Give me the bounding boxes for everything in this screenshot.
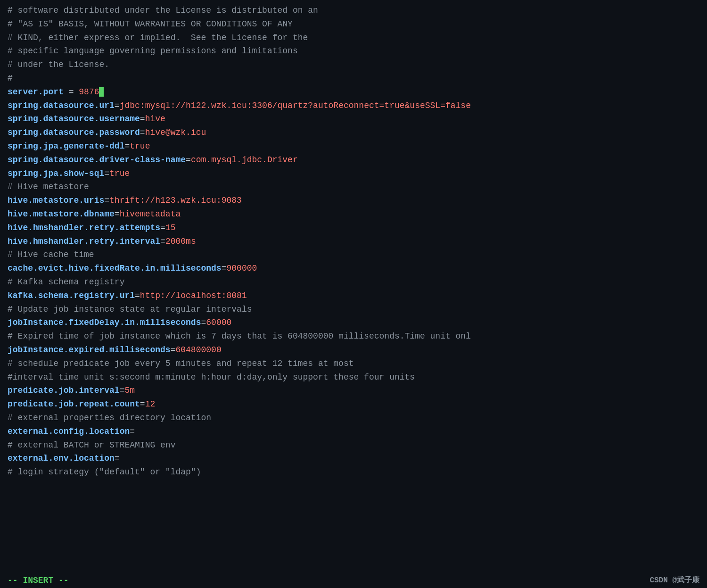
- comment-text: # external properties directory location: [8, 413, 211, 422]
- config-key: predicate.job.repeat.count: [8, 399, 140, 409]
- line-30: # external properties directory location: [0, 411, 707, 425]
- line-24: # Expired time of job instance which is …: [0, 330, 707, 343]
- config-value: true: [130, 141, 150, 151]
- line-1: # "AS IS" BASIS, WITHOUT WARRANTIES OR C…: [0, 17, 707, 31]
- status-bar: -- INSERT -- CSDN @武子康: [0, 572, 707, 588]
- line-31: external.config.location=: [0, 425, 707, 439]
- config-value: 2000ms: [165, 237, 196, 246]
- line-34: # login strategy ("default" or "ldap"): [0, 465, 707, 479]
- watermark: CSDN @武子康: [649, 575, 699, 585]
- config-value: hive: [145, 114, 165, 124]
- equals-sign: =: [171, 345, 176, 355]
- config-value: hive@wzk.icu: [145, 128, 206, 137]
- config-key: hive.hmshandler.retry.interval: [8, 237, 160, 246]
- config-value: 900000: [227, 264, 257, 273]
- line-22: # Update job instance state at regular i…: [0, 303, 707, 316]
- equals-sign: =: [120, 386, 125, 395]
- comment-text: # Update job instance state at regular i…: [8, 305, 252, 314]
- comment-text: #interval time unit s:second m:minute h:…: [8, 373, 415, 382]
- line-7: spring.datasource.url=jdbc:mysql://h122.…: [0, 99, 707, 113]
- equals-sign: =: [104, 169, 109, 178]
- config-key: hive.metastore.uris: [8, 196, 104, 205]
- config-value: true: [109, 169, 130, 178]
- config-key: server.port: [8, 87, 64, 97]
- config-value: 9876: [79, 87, 99, 97]
- comment-text: # external BATCH or STREAMING env: [8, 440, 175, 450]
- line-12: spring.jpa.show-sql=true: [0, 167, 707, 181]
- line-28: predicate.job.interval=5m: [0, 384, 707, 398]
- config-value: 604800000: [175, 345, 221, 355]
- equals-sign: =: [140, 399, 145, 409]
- equals-sign: =: [140, 114, 145, 124]
- config-key: spring.datasource.driver-class-name: [8, 155, 186, 165]
- equals-sign: =: [186, 155, 191, 165]
- equals-sign: =: [160, 223, 165, 232]
- line-10: spring.jpa.generate-ddl=true: [0, 140, 707, 153]
- line-15: hive.metastore.dbname=hivemetadata: [0, 207, 707, 221]
- equals-sign: =: [124, 141, 130, 151]
- comment-text: # Kafka schema registry: [8, 277, 124, 287]
- config-value: hivemetadata: [120, 209, 181, 219]
- comment-text: # login strategy ("default" or "ldap"): [8, 467, 201, 477]
- config-key: jobInstance.expired.milliseconds: [8, 345, 171, 355]
- config-value: 5m: [124, 386, 135, 395]
- comment-text: # schedule predicate job every 5 minutes…: [8, 359, 354, 368]
- config-key: hive.metastore.dbname: [8, 209, 115, 219]
- comment-text: # Expired time of job instance which is …: [8, 331, 471, 341]
- config-key: spring.jpa.generate-ddl: [8, 141, 124, 151]
- config-key: hive.hmshandler.retry.attempts: [8, 223, 160, 232]
- comment-text: # under the License.: [8, 60, 109, 69]
- equals-sign: =: [222, 264, 227, 273]
- line-11: spring.datasource.driver-class-name=com.…: [0, 153, 707, 167]
- equals-sign: =: [115, 209, 120, 219]
- line-3: # specific language governing permission…: [0, 44, 707, 58]
- line-32: # external BATCH or STREAMING env: [0, 439, 707, 452]
- equals-sign: =: [115, 101, 120, 110]
- comment-text: # KIND, either express or implied. See t…: [8, 33, 308, 42]
- config-value: thrift://h123.wzk.icu:9083: [109, 196, 242, 205]
- text-cursor: [99, 87, 104, 97]
- config-key: cache.evict.hive.fixedRate.in.millisecon…: [8, 264, 222, 273]
- config-value: 15: [165, 223, 176, 232]
- equals-sign: =: [115, 454, 120, 463]
- config-key: spring.datasource.password: [8, 128, 140, 137]
- line-19: cache.evict.hive.fixedRate.in.millisecon…: [0, 262, 707, 275]
- comment-text: # specific language governing permission…: [8, 46, 298, 56]
- config-key: kafka.schema.registry.url: [8, 291, 135, 300]
- comment-text: #: [8, 74, 13, 83]
- comment-text: # Hive cache time: [8, 250, 94, 259]
- config-value: http://localhost:8081: [140, 291, 247, 300]
- line-8: spring.datasource.username=hive: [0, 112, 707, 126]
- line-33: external.env.location=: [0, 452, 707, 465]
- equals-sign: =: [64, 87, 79, 97]
- equals-sign: =: [140, 128, 145, 137]
- line-21: kafka.schema.registry.url=http://localho…: [0, 289, 707, 303]
- line-6: server.port = 9876: [0, 85, 707, 99]
- line-0: # software distributed under the License…: [0, 4, 707, 17]
- line-23: jobInstance.fixedDelay.in.milliseconds=6…: [0, 316, 707, 330]
- line-27: #interval time unit s:second m:minute h:…: [0, 371, 707, 384]
- config-value: jdbc:mysql://h122.wzk.icu:3306/quartz?au…: [120, 101, 471, 110]
- config-value: 60000: [206, 318, 231, 327]
- config-key: spring.jpa.show-sql: [8, 169, 104, 178]
- line-14: hive.metastore.uris=thrift://h123.wzk.ic…: [0, 194, 707, 207]
- comment-text: # software distributed under the License…: [8, 6, 318, 15]
- line-26: # schedule predicate job every 5 minutes…: [0, 357, 707, 371]
- equals-sign: =: [201, 318, 206, 327]
- line-20: # Kafka schema registry: [0, 275, 707, 289]
- config-key: spring.datasource.url: [8, 101, 115, 110]
- config-key: external.config.location: [8, 427, 130, 436]
- line-4: # under the License.: [0, 58, 707, 72]
- equals-sign: =: [160, 237, 165, 246]
- config-value: 12: [145, 399, 156, 409]
- comment-text: # Hive metastore: [8, 182, 89, 191]
- line-16: hive.hmshandler.retry.attempts=15: [0, 221, 707, 235]
- line-29: predicate.job.repeat.count=12: [0, 398, 707, 411]
- line-2: # KIND, either express or implied. See t…: [0, 31, 707, 45]
- equals-sign: =: [130, 427, 135, 436]
- vim-mode: -- INSERT --: [8, 576, 69, 585]
- comment-text: # "AS IS" BASIS, WITHOUT WARRANTIES OR C…: [8, 19, 293, 29]
- config-key: spring.datasource.username: [8, 114, 140, 124]
- line-18: # Hive cache time: [0, 248, 707, 262]
- equals-sign: =: [135, 291, 140, 300]
